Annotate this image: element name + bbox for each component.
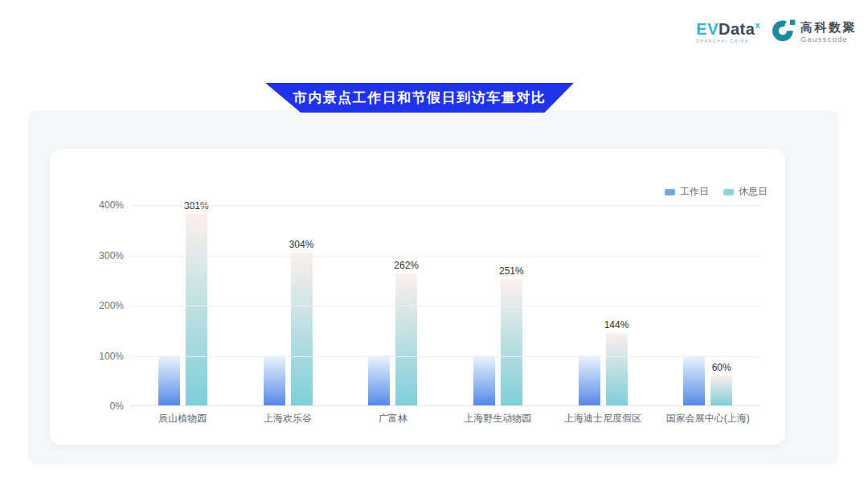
chart-card: 工作日休息日 0%100%200%300%400% 381%304%262%25… — [50, 149, 785, 445]
bar-工作日-0 — [158, 355, 180, 406]
x-axis-label: 上海迪士尼度假区 — [551, 412, 656, 425]
x-axis: 辰山植物园上海欢乐谷广富林上海野生动物园上海迪士尼度假区国家会展中心(上海) — [130, 412, 760, 425]
y-axis-tick: 200% — [88, 300, 124, 311]
x-axis-label: 上海野生动物园 — [445, 412, 551, 425]
gausscode-name-en: Gausscode — [800, 35, 857, 43]
gausscode-logo: 高科数聚 Gausscode — [772, 18, 857, 46]
evdata-logo-text: EVDatax — [696, 21, 760, 37]
y-axis-tick: 0% — [88, 401, 124, 412]
x-axis-label: 国家会展中心(上海) — [655, 412, 760, 425]
page: EVDatax SHANGHAI CHINA 高科数聚 Gausscode 市内… — [0, 0, 868, 489]
content-panel: 工作日休息日 0%100%200%300%400% 381%304%262%25… — [28, 110, 838, 465]
page-title: 市内景点工作日和节假日到访车量对比 — [293, 88, 547, 107]
evdata-sup-x: x — [755, 20, 760, 30]
legend-swatch — [665, 189, 675, 195]
gausscode-text: 高科数聚 Gausscode — [800, 21, 857, 43]
bar-工作日-4 — [579, 355, 600, 406]
legend-swatch — [723, 189, 734, 195]
y-axis-tick: 400% — [88, 199, 124, 211]
legend-item-0[interactable]: 工作日 — [665, 185, 709, 199]
bar-休息日-5: 60% — [710, 376, 732, 406]
gausscode-icon — [772, 18, 796, 46]
x-axis-label: 上海欢乐谷 — [235, 412, 341, 425]
bar-工作日-5 — [683, 355, 705, 406]
y-axis: 0%100%200%300%400% — [88, 205, 124, 406]
x-axis-label: 辰山植物园 — [130, 412, 235, 425]
evdata-subtext: SHANGHAI CHINA — [696, 39, 760, 43]
evdata-logo: EVDatax SHANGHAI CHINA — [696, 21, 760, 43]
legend-item-1[interactable]: 休息日 — [723, 185, 768, 199]
x-axis-label: 广富林 — [340, 412, 445, 425]
bar-工作日-1 — [264, 355, 285, 406]
gridline — [130, 256, 760, 257]
gridline — [130, 205, 760, 206]
chart-legend: 工作日休息日 — [665, 185, 768, 199]
banner-title: 市内景点工作日和节假日到访车量对比 — [265, 83, 574, 113]
bar-value-label: 251% — [499, 265, 524, 277]
evdata-data: Data — [719, 20, 755, 38]
gausscode-name-cn: 高科数聚 — [800, 21, 857, 33]
bar-value-label: 60% — [712, 362, 731, 373]
bar-chart: 0%100%200%300%400% 381%304%262%251%144%6… — [88, 205, 760, 435]
legend-label: 工作日 — [680, 185, 709, 199]
y-axis-tick: 300% — [88, 250, 124, 261]
plot-area: 381%304%262%251%144%60% — [130, 205, 760, 406]
bar-休息日-1: 304% — [291, 253, 313, 405]
bar-工作日-2 — [368, 355, 390, 406]
bar-工作日-3 — [473, 355, 495, 406]
bar-休息日-4: 144% — [606, 333, 628, 405]
bar-休息日-3: 251% — [501, 279, 522, 405]
bar-休息日-0: 381% — [186, 214, 207, 405]
gridline — [130, 356, 760, 357]
bar-value-label: 262% — [394, 260, 419, 271]
evdata-ev: EV — [696, 20, 719, 38]
bar-value-label: 144% — [604, 319, 629, 331]
y-axis-tick: 100% — [88, 351, 124, 362]
bar-休息日-2: 262% — [395, 273, 417, 405]
legend-label: 休息日 — [739, 185, 768, 199]
gridline — [130, 306, 760, 306]
header: EVDatax SHANGHAI CHINA 高科数聚 Gausscode — [696, 18, 857, 46]
bar-value-label: 304% — [289, 239, 314, 250]
